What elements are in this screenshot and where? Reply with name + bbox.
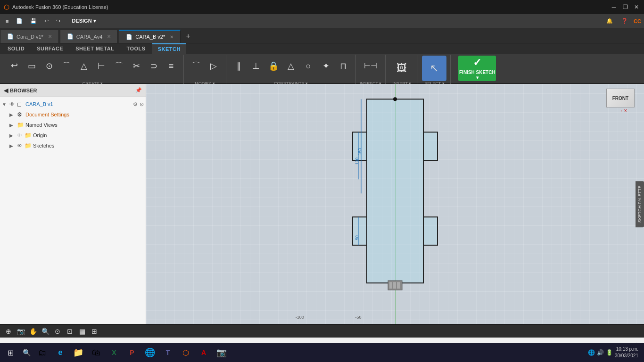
more-icon[interactable]: ⊙ (140, 101, 144, 107)
edge-button[interactable]: e (52, 344, 69, 361)
zoom-button[interactable]: 🔍 (41, 327, 50, 336)
tree-named-views[interactable]: ▶ 📁 Named Views (0, 120, 146, 130)
browser-collapse-icon[interactable]: ◀ (4, 87, 8, 94)
expand-icon[interactable]: ▼ (2, 102, 8, 107)
spline-tool[interactable]: ⌒ (110, 56, 127, 76)
tab-cara-b[interactable]: 📄 CARA_B v2* ✕ (119, 30, 181, 43)
ribbon-group-modify: ⌒ ▷ MODIFY ▾ (184, 55, 226, 87)
finish-sketch-button[interactable]: ✓ FINISH SKETCH ▾ (458, 56, 496, 81)
zoom-fit-button[interactable]: ⊙ (53, 327, 62, 336)
polygon-tool[interactable]: △ (75, 56, 92, 76)
canvas-viewport[interactable]: 150 100 50 FRONT → X (146, 84, 644, 324)
pan-button[interactable]: ✋ (28, 327, 38, 336)
help-button[interactable]: ❓ (619, 16, 631, 26)
redo-button[interactable]: ↪ (53, 16, 63, 26)
equal-constraint[interactable]: ○ (300, 56, 317, 76)
notifications-button[interactable]: 🔔 (603, 16, 616, 26)
insert-image-tool[interactable]: 🖼 (389, 56, 414, 81)
save-button[interactable]: 💾 (27, 16, 40, 26)
visibility-icon[interactable]: 👁 (9, 101, 16, 107)
battery-icon[interactable]: 🔋 (606, 349, 613, 356)
fix-constraint[interactable]: 🔒 (265, 56, 282, 76)
task-view-button[interactable]: 🗂 (34, 344, 51, 361)
tree-sketches[interactable]: ▶ 👁 📁 Sketches (0, 140, 146, 151)
visibility-icon[interactable]: 👁 (17, 143, 24, 148)
project-icon: ≡ (169, 62, 174, 70)
powerpoint-button[interactable]: P (124, 344, 140, 361)
photos-button[interactable]: 📷 (213, 344, 230, 361)
symmetry-icon: ⊓ (340, 62, 347, 70)
visibility-icon[interactable]: 👁 (17, 132, 24, 138)
minimize-button[interactable]: ─ (610, 3, 618, 11)
fillet-tool[interactable]: ⌒ (188, 56, 205, 76)
expand-icon[interactable]: ▶ (9, 133, 16, 138)
sketch-palette-tab[interactable]: SKETCH PALETTE (636, 181, 644, 227)
tab-close-button[interactable]: ✕ (48, 34, 52, 39)
project-tool[interactable]: ≡ (163, 56, 180, 76)
browser-pin-icon[interactable]: 📌 (135, 87, 142, 93)
browser-header: ◀ BROWSER 📌 (0, 84, 146, 97)
new-button[interactable]: 📄 (13, 16, 25, 26)
titlebar-left: ⬡ Autodesk Fusion 360 (Education License… (4, 3, 108, 11)
section-button[interactable]: ⊞ (90, 327, 99, 336)
grid-toggle-button[interactable]: ▦ (77, 327, 87, 336)
grid-menu-button[interactable]: ≡ (3, 16, 11, 26)
tab-cara-a[interactable]: 📄 CARA_Av4 ✕ (60, 30, 118, 43)
tree-item-label: CARA_B v1 (25, 101, 131, 107)
system-clock[interactable]: 10:13 p.m. 30/03/2021 (615, 346, 638, 359)
ribbon-tab-solid[interactable]: SOLID (2, 43, 30, 54)
tab-cara-d[interactable]: 📄 Cara_D v1* ✕ (0, 30, 59, 43)
ribbon-tab-tools[interactable]: TOOLS (121, 43, 151, 54)
settings-icon[interactable]: ⚙ (133, 101, 138, 107)
expand-icon[interactable]: ▶ (9, 123, 16, 128)
tree-origin[interactable]: ▶ 👁 📁 Origin (0, 130, 146, 140)
camera-button[interactable]: 📷 (16, 327, 25, 336)
tab-close-button[interactable]: ✕ (107, 34, 111, 39)
view-cube[interactable]: FRONT → X (606, 89, 639, 122)
teams-button[interactable]: T (159, 344, 176, 361)
expand-icon[interactable]: ▶ (9, 112, 16, 117)
chrome-button[interactable]: 🌐 (141, 344, 158, 361)
tab-close-button[interactable]: ✕ (170, 34, 173, 40)
acrobat-button[interactable]: A (195, 344, 212, 361)
design-menu-button[interactable]: DESIGN ▾ (69, 16, 99, 26)
front-view-label[interactable]: FRONT (606, 89, 635, 107)
chamfer-tool[interactable]: ▷ (205, 56, 222, 76)
select-tool[interactable]: ↖ (422, 56, 446, 81)
offset-tool[interactable]: ⊃ (145, 56, 162, 76)
tree-root-item[interactable]: ▼ 👁 ◻ CARA_B v1 ⚙ ⊙ (0, 99, 146, 109)
network-icon[interactable]: 🌐 (588, 349, 595, 356)
tangent-constraint[interactable]: △ (282, 56, 299, 76)
orbit-button[interactable]: ⊕ (4, 327, 13, 336)
line-tool[interactable]: ↩ (6, 56, 23, 76)
checkmark-icon: ✓ (473, 57, 481, 69)
parallel-constraint[interactable]: ∥ (230, 56, 247, 76)
arc-tool[interactable]: ⌒ (58, 56, 75, 76)
midpoint-constraint[interactable]: ✦ (317, 56, 334, 76)
ribbon-tab-sheet-metal[interactable]: SHEET METAL (70, 43, 120, 54)
explorer-button[interactable]: 📁 (70, 344, 87, 361)
fusion-button[interactable]: ⬡ (177, 344, 194, 361)
ribbon-tab-surface[interactable]: SURFACE (31, 43, 69, 54)
close-button[interactable]: ✕ (633, 3, 640, 11)
new-tab-button[interactable]: + (182, 30, 195, 43)
grid-icon: ≡ (6, 18, 8, 24)
circle-tool[interactable]: ⊙ (41, 56, 58, 76)
excel-button[interactable]: X (106, 344, 123, 361)
ribbon-tab-sketch[interactable]: SKETCH (152, 43, 186, 54)
expand-icon[interactable]: ▶ (9, 143, 16, 148)
measure-tool[interactable]: ⊢⊣ (362, 56, 379, 76)
search-button[interactable]: 🔍 (20, 346, 33, 359)
slot-tool[interactable]: ⊢ (93, 56, 110, 76)
restore-button[interactable]: ❐ (621, 3, 629, 11)
undo-button[interactable]: ↩ (41, 16, 51, 26)
trim-tool[interactable]: ✂ (128, 56, 145, 76)
display-mode-button[interactable]: ⊡ (65, 327, 74, 336)
perpendicular-constraint[interactable]: ⊥ (248, 56, 264, 76)
tree-document-settings[interactable]: ▶ ⚙ Document Settings (0, 109, 146, 120)
symmetry-constraint[interactable]: ⊓ (335, 56, 352, 76)
rectangle-tool[interactable]: ▭ (23, 56, 40, 76)
volume-icon[interactable]: 🔊 (597, 349, 604, 356)
store-button[interactable]: 🛍 (88, 344, 105, 361)
start-button[interactable]: ⊞ (2, 344, 19, 361)
